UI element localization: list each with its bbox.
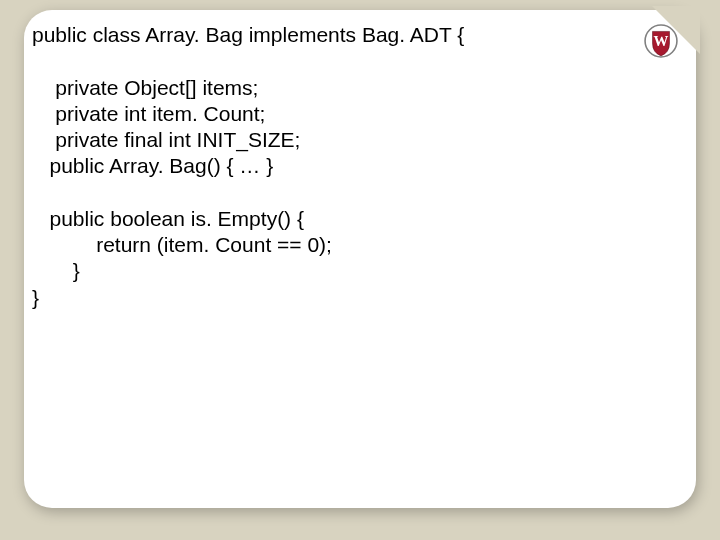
code-line: }: [32, 285, 672, 311]
code-line: private Object[] items;: [32, 75, 672, 101]
code-blank: [32, 180, 672, 206]
code-blank: [32, 48, 672, 74]
code-line: return (item. Count == 0);: [32, 232, 672, 258]
code-line: private int item. Count;: [32, 101, 672, 127]
code-line: public boolean is. Empty() {: [32, 206, 672, 232]
content-card: W public class Array. Bag implements Bag…: [24, 10, 696, 508]
code-block: public class Array. Bag implements Bag. …: [32, 22, 672, 311]
code-line: }: [32, 258, 672, 284]
slide: W public class Array. Bag implements Bag…: [0, 0, 720, 540]
code-line: public Array. Bag() { … }: [32, 153, 672, 179]
code-line: private final int INIT_SIZE;: [32, 127, 672, 153]
code-line: public class Array. Bag implements Bag. …: [32, 22, 672, 48]
